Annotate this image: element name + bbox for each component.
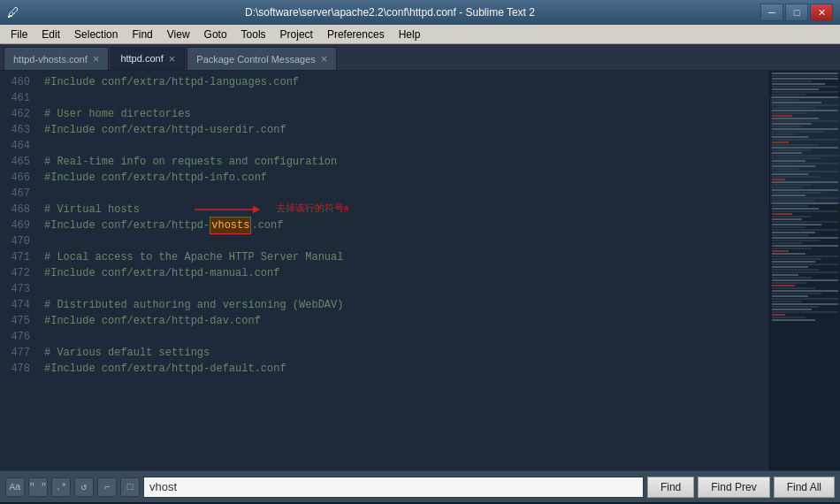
tabbar: httpd-vhosts.conf × httpd.conf × Package… — [0, 44, 840, 71]
line-num: 478 — [0, 361, 30, 377]
line-num: 470 — [0, 233, 30, 249]
code-line-462: # User home directories — [44, 106, 762, 122]
tab-package-label: Package Control Messages — [196, 54, 316, 65]
code-line-469: #Include conf/extra/httpd-vhosts.conf — [44, 218, 762, 233]
code-line-473 — [44, 281, 762, 297]
tab-httpd-label: httpd.conf — [120, 53, 163, 64]
titlebar-title: D:\software\server\apache2.2\conf\httpd.… — [19, 6, 760, 19]
code-line-476 — [44, 329, 762, 345]
tab-httpd-close[interactable]: × — [169, 53, 176, 65]
tab-package-control[interactable]: Package Control Messages × — [187, 47, 337, 70]
editor: 460 461 462 463 464 465 466 467 468 469 … — [0, 71, 840, 470]
minimize-button[interactable]: ─ — [760, 4, 783, 21]
titlebar: 🖊 D:\software\server\apache2.2\conf\http… — [0, 0, 840, 25]
code-line-477: # Various default settings — [44, 345, 762, 361]
menu-selection[interactable]: Selection — [67, 25, 125, 43]
menu-find[interactable]: Find — [125, 25, 159, 43]
menubar: File Edit Selection Find View Goto Tools… — [0, 25, 840, 44]
whole-word-button[interactable]: " " — [28, 477, 48, 497]
menu-preferences[interactable]: Preferences — [320, 25, 392, 43]
line-469-highlight: vhosts — [210, 217, 251, 234]
minimap — [769, 71, 840, 470]
find-button[interactable]: Find — [647, 477, 694, 498]
code-line-472: #Include conf/extra/httpd-manual.conf — [44, 265, 762, 281]
line-num: 476 — [0, 329, 30, 345]
line-numbers: 460 461 462 463 464 465 466 467 468 469 … — [0, 71, 37, 470]
line-num: 464 — [0, 138, 30, 154]
line-num: 462 — [0, 106, 30, 122]
line-num: 468 — [0, 202, 30, 218]
code-line-475: #Include conf/extra/httpd-dav.conf — [44, 313, 762, 329]
find-prev-button[interactable]: Find Prev — [698, 477, 769, 498]
code-line-470 — [44, 233, 762, 249]
wrap-button[interactable]: ↺ — [74, 477, 94, 497]
case-sensitive-button[interactable]: Aa — [5, 477, 25, 497]
line-num: 460 — [0, 74, 30, 90]
tab-vhosts-label: httpd-vhosts.conf — [13, 54, 88, 65]
menu-project[interactable]: Project — [273, 25, 320, 43]
line-num: 465 — [0, 154, 30, 170]
find-all-button[interactable]: Find All — [774, 477, 835, 498]
line-num: 477 — [0, 345, 30, 361]
menu-edit[interactable]: Edit — [34, 25, 67, 43]
code-line-463: #Include conf/extra/httpd-userdir.conf — [44, 122, 762, 138]
tab-package-close[interactable]: × — [321, 53, 328, 65]
line-num: 472 — [0, 265, 30, 281]
close-button[interactable]: ✕ — [810, 4, 833, 21]
code-editor[interactable]: #Include conf/extra/httpd-languages.conf… — [37, 71, 769, 470]
in-selection-button[interactable]: ⌐ — [97, 477, 117, 497]
code-line-466: #Include conf/extra/httpd-info.conf — [44, 170, 762, 186]
code-line-467 — [44, 186, 762, 202]
code-line-460: #Include conf/extra/httpd-languages.conf — [44, 74, 762, 90]
highlight-matches-button[interactable]: □ — [120, 477, 140, 497]
code-line-471: # Local access to the Apache HTTP Server… — [44, 249, 762, 265]
line-468-text: # Virtual hosts — [44, 202, 140, 218]
code-line-468: # Virtual hosts 去掉该行的符号# — [44, 202, 762, 218]
line-num: 469 — [0, 218, 30, 233]
tab-vhosts[interactable]: httpd-vhosts.conf × — [4, 47, 109, 70]
menu-tools[interactable]: Tools — [234, 25, 273, 43]
find-input[interactable] — [143, 477, 644, 498]
menu-help[interactable]: Help — [392, 25, 428, 43]
menu-goto[interactable]: Goto — [197, 25, 234, 43]
menu-file[interactable]: File — [4, 25, 34, 43]
line-num: 461 — [0, 90, 30, 106]
annotation-text: 去掉该行的符号# — [276, 200, 349, 216]
menu-view[interactable]: View — [160, 25, 197, 43]
regex-button[interactable]: .* — [51, 477, 71, 497]
line-num: 473 — [0, 281, 30, 297]
maximize-button[interactable]: □ — [785, 4, 808, 21]
line-num: 463 — [0, 122, 30, 138]
line-num: 466 — [0, 170, 30, 186]
titlebar-controls: ─ □ ✕ — [760, 4, 833, 21]
code-line-465: # Real-time info on requests and configu… — [44, 154, 762, 170]
line-num: 475 — [0, 313, 30, 329]
line-num: 467 — [0, 186, 30, 202]
annotation-arrow: 去掉该行的符号# — [195, 200, 349, 216]
tab-httpd[interactable]: httpd.conf × — [111, 47, 185, 70]
line-469-suffix: .conf — [251, 218, 283, 233]
code-line-478: #Include conf/extra/httpd-default.conf — [44, 361, 762, 377]
line-469-prefix: #Include conf/extra/httpd- — [44, 218, 210, 233]
code-line-474: # Distributed authoring and versioning (… — [44, 297, 762, 313]
titlebar-icon: 🖊 — [7, 5, 19, 19]
code-line-464 — [44, 138, 762, 154]
line-num: 471 — [0, 249, 30, 265]
findbar: Aa " " .* ↺ ⌐ □ Find Find Prev Find All — [0, 470, 840, 502]
code-line-461 — [44, 90, 762, 106]
line-num: 474 — [0, 297, 30, 313]
tab-vhosts-close[interactable]: × — [93, 53, 100, 65]
